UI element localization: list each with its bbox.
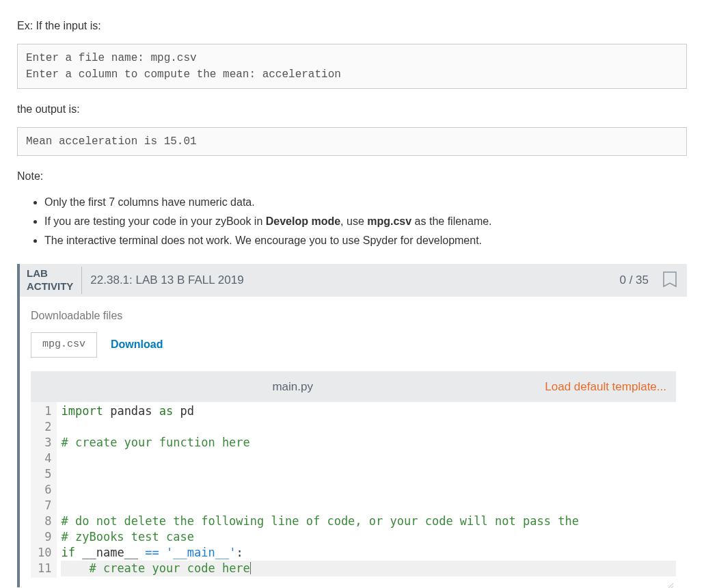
editor-filename: main.py (40, 378, 545, 396)
example-input-label: Ex: If the input is: (17, 18, 687, 34)
example-output-block: Mean acceleration is 15.01 (17, 127, 687, 156)
line-number: 4 (38, 451, 51, 466)
code-line[interactable] (61, 482, 676, 498)
lab-activity-tag: LAB ACTIVITY (27, 267, 73, 293)
bookmark-icon (662, 271, 677, 289)
code-line[interactable]: # create your function here (61, 435, 676, 451)
code-line[interactable]: if __name__ == '__main__': (61, 545, 676, 561)
line-number: 8 (38, 513, 51, 529)
note-label: Note: (17, 168, 687, 185)
lab-score: 0 / 35 (619, 271, 649, 289)
line-number: 3 (38, 435, 51, 451)
lab-title: 22.38.1: LAB 13 B FALL 2019 (90, 271, 611, 289)
code-line[interactable] (61, 498, 676, 513)
divider (81, 267, 82, 294)
note-item: Only the first 7 columns have numeric da… (44, 194, 687, 211)
line-number-gutter: 1234567891011 (31, 402, 57, 578)
line-number: 5 (38, 466, 51, 482)
example-input-block: Enter a file name: mpg.csv Enter a colum… (17, 44, 687, 89)
download-row: mpg.csv Download (31, 332, 676, 358)
line-number: 1 (38, 403, 51, 419)
code-line[interactable]: # do not delete the following line of co… (61, 513, 676, 529)
resize-grip-icon[interactable] (31, 578, 676, 587)
editor-header: main.py Load default template... (31, 371, 676, 403)
note-item: The interactive terminal does not work. … (44, 232, 687, 249)
line-number: 11 (38, 561, 51, 576)
text-cursor (250, 562, 251, 574)
line-number: 9 (38, 529, 51, 545)
line-number: 10 (38, 545, 51, 561)
code-line[interactable]: import pandas as pd (61, 403, 676, 419)
download-link[interactable]: Download (111, 336, 163, 353)
load-default-template-link[interactable]: Load default template... (545, 378, 666, 396)
note-item: If you are testing your code in your zyB… (44, 213, 687, 230)
line-number: 7 (38, 498, 51, 513)
note-list: Only the first 7 columns have numeric da… (17, 194, 687, 249)
code-line[interactable] (61, 419, 676, 435)
lab-header: LAB ACTIVITY 22.38.1: LAB 13 B FALL 2019… (20, 264, 687, 297)
code-lines[interactable]: import pandas as pd# create your functio… (57, 402, 676, 578)
code-editor[interactable]: 1234567891011 import pandas as pd# creat… (31, 402, 676, 578)
lab-activity-panel: LAB ACTIVITY 22.38.1: LAB 13 B FALL 2019… (17, 264, 687, 587)
downloadable-files-label: Downloadable files (31, 308, 676, 324)
code-line[interactable] (61, 466, 676, 482)
code-line[interactable] (61, 451, 676, 466)
code-editor-panel: main.py Load default template... 1234567… (31, 371, 676, 588)
example-output-label: the output is: (17, 101, 687, 118)
code-line[interactable]: # zyBooks test case (61, 529, 676, 545)
code-line[interactable]: # create your code here (61, 561, 676, 576)
lab-body: Downloadable files mpg.csv Download main… (20, 297, 687, 587)
line-number: 6 (38, 482, 51, 498)
line-number: 2 (38, 419, 51, 435)
file-chip: mpg.csv (31, 332, 97, 358)
